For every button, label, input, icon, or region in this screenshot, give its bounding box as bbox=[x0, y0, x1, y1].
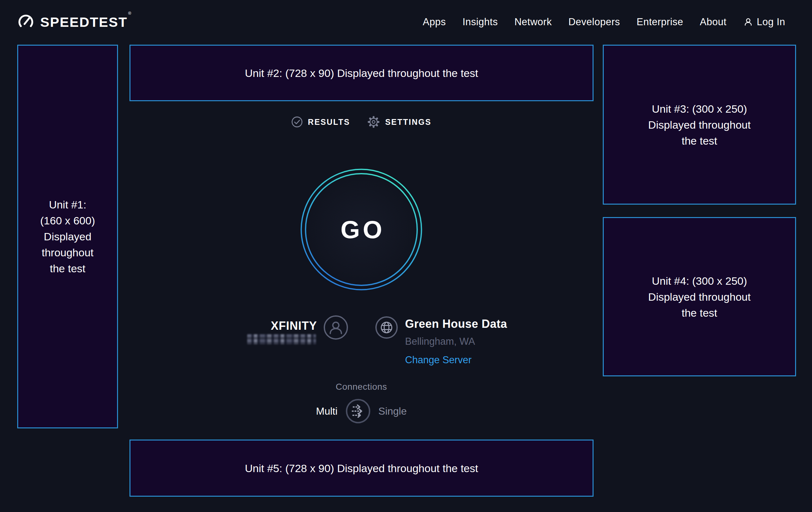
ad-unit-2-text: Unit #2: (728 x 90) Displayed throughout… bbox=[245, 65, 478, 81]
tab-results-label: RESULTS bbox=[308, 117, 350, 127]
isp-name: XFINITY bbox=[228, 319, 317, 332]
tab-bar: RESULTS SETTINGS bbox=[291, 115, 431, 128]
ad-unit-4-rectangle: Unit #4: (300 x 250) Displayed throughou… bbox=[603, 217, 796, 376]
check-circle-icon bbox=[291, 116, 303, 128]
speedtest-logo[interactable]: SPEEDTEST® bbox=[17, 0, 130, 44]
trademark-symbol: ® bbox=[128, 11, 132, 16]
ad-unit-5-leaderboard: Unit #5: (728 x 90) Displayed throughout… bbox=[129, 439, 593, 497]
ad-unit-2-leaderboard: Unit #2: (728 x 90) Displayed throughout… bbox=[129, 45, 593, 101]
nav-item-insights[interactable]: Insights bbox=[462, 16, 498, 28]
top-nav-bar: SPEEDTEST® Apps Insights Network Develop… bbox=[0, 0, 812, 44]
server-info: Green House Data Bellingham, WA Change S… bbox=[405, 317, 507, 366]
login-label: Log In bbox=[757, 16, 785, 28]
go-button[interactable]: GO bbox=[300, 168, 422, 291]
ad-unit-3-rectangle: Unit #3: (300 x 250) Displayed throughou… bbox=[603, 45, 796, 205]
connections-row: Multi Single bbox=[316, 398, 407, 424]
multi-stream-arrows-icon bbox=[345, 398, 371, 424]
tab-settings[interactable]: SETTINGS bbox=[368, 115, 432, 128]
nav-item-network[interactable]: Network bbox=[515, 16, 552, 28]
tab-results[interactable]: RESULTS bbox=[291, 116, 350, 128]
user-circle-icon bbox=[323, 315, 348, 340]
server-location: Bellingham, WA bbox=[405, 336, 475, 347]
user-icon bbox=[743, 17, 753, 27]
gauge-icon bbox=[17, 14, 34, 31]
go-button-label: GO bbox=[300, 168, 422, 291]
gear-icon bbox=[368, 115, 380, 128]
ad-unit-5-text: Unit #5: (728 x 90) Displayed throughout… bbox=[245, 460, 478, 476]
connections-option-multi[interactable]: Multi bbox=[316, 405, 338, 417]
nav-item-developers[interactable]: Developers bbox=[568, 16, 620, 28]
logo-wordmark: SPEEDTEST® bbox=[40, 15, 130, 29]
tab-settings-label: SETTINGS bbox=[385, 117, 432, 127]
ad-unit-3-text: Unit #3: (300 x 250) Displayed throughou… bbox=[648, 101, 750, 149]
connections-label: Connections bbox=[336, 382, 387, 392]
isp-ip-redacted bbox=[247, 334, 316, 344]
ad-unit-4-text: Unit #4: (300 x 250) Displayed throughou… bbox=[648, 273, 750, 321]
nav-item-enterprise[interactable]: Enterprise bbox=[637, 16, 683, 28]
nav-item-about[interactable]: About bbox=[700, 16, 727, 28]
speedtest-page: SPEEDTEST® Apps Insights Network Develop… bbox=[0, 0, 812, 512]
server-name: Green House Data bbox=[405, 317, 507, 331]
ad-unit-1-skyscraper: Unit #1: (160 x 600) Displayed throughou… bbox=[17, 45, 118, 428]
login-button[interactable]: Log In bbox=[743, 16, 785, 28]
ad-unit-1-text: Unit #1: (160 x 600) Displayed throughou… bbox=[40, 197, 95, 276]
primary-nav: Apps Insights Network Developers Enterpr… bbox=[423, 0, 785, 44]
connections-toggle[interactable] bbox=[345, 398, 371, 424]
change-server-link[interactable]: Change Server bbox=[405, 354, 472, 366]
nav-item-apps[interactable]: Apps bbox=[423, 16, 446, 28]
globe-icon bbox=[375, 316, 398, 339]
connections-option-single[interactable]: Single bbox=[378, 405, 407, 417]
